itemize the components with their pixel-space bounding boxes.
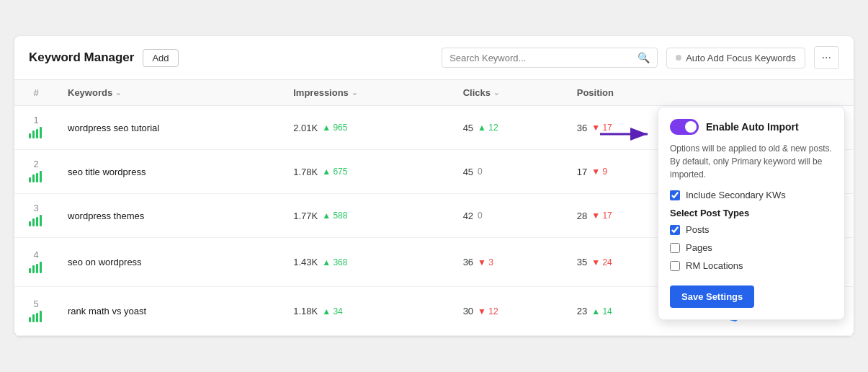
position-delta: ▼ 9 — [591, 167, 607, 177]
keyword-name[interactable]: wordpress seo tutorial — [68, 123, 159, 133]
enable-auto-import-toggle[interactable] — [670, 119, 699, 135]
position-delta: ▼ 17 — [591, 211, 612, 221]
clicks-base: 45 — [463, 123, 473, 133]
row-number: 5 — [33, 298, 38, 309]
mini-chart-icon — [28, 262, 44, 275]
position-base: 36 — [577, 123, 587, 133]
rm-locations-checkbox[interactable] — [670, 261, 680, 271]
svg-rect-14 — [32, 265, 35, 273]
col-hash: # — [14, 80, 58, 106]
keyword-name[interactable]: seo on wordpress — [68, 257, 142, 267]
search-input[interactable] — [449, 53, 633, 63]
mini-chart-icon — [28, 311, 44, 324]
popup-title: Enable Auto Import — [706, 121, 799, 133]
arrow-icon — [597, 121, 655, 147]
row-number: 3 — [33, 203, 38, 213]
row-num-cell: 4 — [14, 238, 58, 287]
position-base: 35 — [577, 257, 587, 267]
search-wrap: 🔍 — [442, 48, 658, 68]
clicks-cell: 45 ▲ 12 — [453, 106, 567, 150]
post-type-rm-locations-row: RM Locations — [670, 260, 833, 271]
impressions-cell: 1.78K ▲ 675 — [283, 150, 452, 194]
keyword-name[interactable]: seo title wordpress — [68, 167, 146, 177]
keyword-cell: seo title wordpress — [58, 150, 283, 194]
col-clicks: Clicks ⌄ — [453, 80, 567, 106]
position-base: 28 — [577, 211, 587, 221]
svg-rect-20 — [40, 311, 42, 322]
pages-checkbox[interactable] — [670, 243, 680, 253]
row-number: 1 — [33, 115, 38, 125]
svg-rect-18 — [32, 314, 35, 322]
table-header-row: # Keywords ⌄ Impressions ⌄ — [14, 80, 854, 106]
keyword-manager-card: Keyword Manager Add 🔍 Auto Add Focus Key… — [14, 36, 854, 336]
sort-keywords-icon[interactable]: ⌄ — [115, 89, 121, 97]
select-post-types-title: Select Post Types — [670, 208, 833, 218]
svg-rect-17 — [29, 317, 31, 322]
position-base: 17 — [577, 167, 587, 177]
popup-description: Options will be applied to old & new pos… — [670, 142, 833, 181]
col-keywords: Keywords ⌄ — [58, 80, 283, 106]
impressions-delta: ▲ 965 — [322, 123, 347, 133]
row-num-cell: 2 — [14, 150, 58, 194]
svg-rect-2 — [32, 130, 35, 138]
clicks-cell: 42 0 — [453, 194, 567, 238]
impressions-delta: ▲ 588 — [322, 211, 347, 221]
auto-add-dot — [676, 55, 681, 61]
row-num-cell: 1 — [14, 106, 58, 150]
include-secondary-label: Include Secondary KWs — [686, 190, 786, 200]
keyword-cell: wordpress seo tutorial — [58, 106, 283, 150]
clicks-delta: 0 — [478, 211, 483, 221]
svg-rect-11 — [36, 217, 38, 226]
include-secondary-checkbox[interactable] — [670, 190, 680, 200]
row-number: 2 — [33, 159, 38, 169]
search-icon: 🔍 — [637, 52, 650, 63]
clicks-cell: 30 ▼ 12 — [453, 287, 567, 336]
position-delta: ▼ 24 — [591, 257, 612, 267]
impressions-delta: ▲ 368 — [322, 257, 347, 267]
more-options-button[interactable]: ··· — [814, 46, 839, 69]
position-delta: ▲ 14 — [591, 306, 612, 316]
header: Keyword Manager Add 🔍 Auto Add Focus Key… — [14, 36, 854, 80]
svg-rect-7 — [36, 173, 38, 182]
svg-rect-16 — [40, 262, 42, 273]
impressions-cell: 1.43K ▲ 368 — [283, 238, 452, 287]
mini-chart-icon — [28, 171, 44, 185]
keyword-name[interactable]: wordpress themes — [68, 211, 144, 221]
impressions-delta: ▲ 675 — [322, 167, 347, 177]
keyword-cell: rank math vs yoast — [58, 287, 283, 336]
svg-rect-12 — [40, 215, 42, 226]
col-impressions: Impressions ⌄ — [283, 80, 452, 106]
impressions-base: 1.18K — [293, 306, 318, 316]
clicks-base: 30 — [463, 306, 473, 316]
add-button[interactable]: Add — [143, 49, 178, 67]
svg-rect-4 — [40, 127, 42, 138]
svg-rect-9 — [29, 221, 31, 226]
impressions-cell: 2.01K ▲ 965 — [283, 106, 452, 150]
sort-clicks-icon[interactable]: ⌄ — [493, 89, 499, 97]
clicks-base: 36 — [463, 257, 473, 267]
posts-checkbox[interactable] — [670, 225, 680, 235]
keyword-name[interactable]: rank math vs yoast — [68, 306, 146, 316]
auto-add-focus-keywords-button[interactable]: Auto Add Focus Keywords — [666, 48, 805, 68]
impressions-cell: 1.18K ▲ 34 — [283, 287, 452, 336]
clicks-base: 42 — [463, 211, 473, 221]
save-settings-button[interactable]: Save Settings — [670, 285, 754, 308]
arrow-wrap — [597, 121, 655, 150]
clicks-cell: 36 ▼ 3 — [453, 238, 567, 287]
svg-rect-3 — [36, 129, 38, 138]
auto-add-label: Auto Add Focus Keywords — [686, 53, 795, 63]
rm-locations-label: RM Locations — [686, 260, 743, 271]
row-number: 4 — [33, 249, 38, 260]
col-position: Position — [567, 80, 682, 106]
svg-rect-19 — [36, 313, 38, 322]
impressions-cell: 1.77K ▲ 588 — [283, 194, 452, 238]
clicks-base: 45 — [463, 167, 473, 177]
position-base: 23 — [577, 306, 587, 316]
col-trend — [682, 80, 854, 106]
svg-rect-15 — [36, 264, 38, 273]
sort-impressions-icon[interactable]: ⌄ — [352, 89, 357, 97]
clicks-delta: ▼ 3 — [478, 257, 493, 267]
clicks-delta: ▲ 12 — [478, 123, 498, 133]
post-type-posts-row: Posts — [670, 224, 833, 235]
mini-chart-icon — [28, 127, 44, 141]
